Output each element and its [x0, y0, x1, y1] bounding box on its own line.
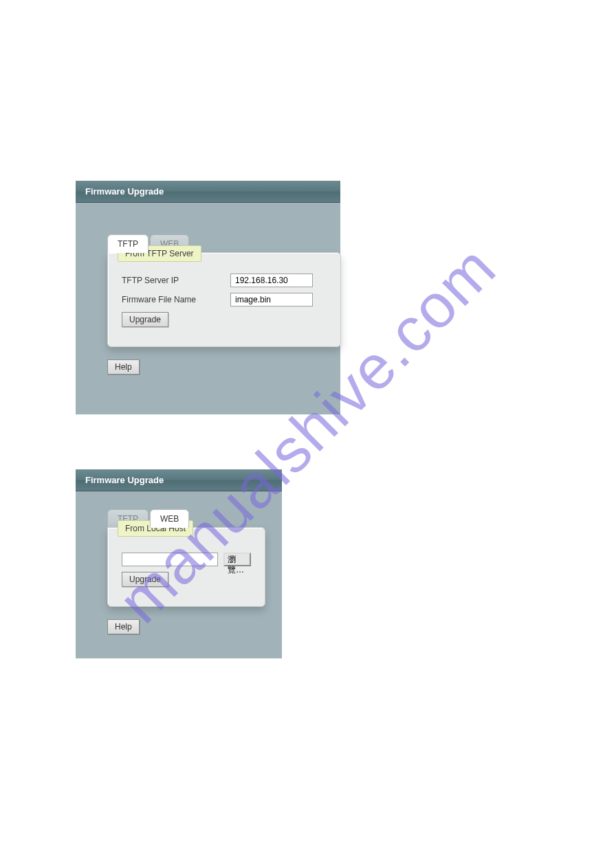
field-row-server-ip: TFTP Server IP — [122, 274, 327, 287]
upgrade-button[interactable]: Upgrade — [122, 572, 168, 587]
label-firmware-file-name: Firmware File Name — [122, 295, 225, 304]
field-row-file: 瀏覽… — [122, 553, 251, 566]
tab-tftp[interactable]: TFTP — [107, 234, 149, 253]
input-firmware-file-name[interactable] — [230, 293, 313, 307]
browse-button[interactable]: 瀏覽… — [223, 553, 251, 566]
upgrade-row: Upgrade — [122, 312, 327, 327]
tab-bar: TFTP WEB — [107, 234, 340, 253]
input-tftp-server-ip[interactable] — [230, 274, 313, 287]
tab-content-web: From Local Host 瀏覽… Upgrade — [107, 527, 265, 607]
panel-body: TFTP WEB From Local Host 瀏覽… Upgrade Hel… — [76, 491, 282, 648]
firmware-upgrade-panel-web: Firmware Upgrade TFTP WEB From Local Hos… — [76, 469, 282, 658]
help-button[interactable]: Help — [107, 359, 140, 375]
input-local-file[interactable] — [122, 553, 218, 566]
label-tftp-server-ip: TFTP Server IP — [122, 276, 225, 285]
panel-title: Firmware Upgrade — [76, 181, 340, 203]
firmware-upgrade-panel-tftp: Firmware Upgrade TFTP WEB From TFTP Serv… — [76, 181, 340, 414]
field-row-fw-file: Firmware File Name — [122, 293, 327, 307]
tab-content-tftp: From TFTP Server TFTP Server IP Firmware… — [107, 252, 341, 347]
help-button[interactable]: Help — [107, 619, 140, 634]
panel-body: TFTP WEB From TFTP Server TFTP Server IP… — [76, 203, 340, 388]
upgrade-button[interactable]: Upgrade — [122, 312, 168, 327]
panel-title: Firmware Upgrade — [76, 469, 282, 491]
tab-web[interactable]: WEB — [150, 509, 189, 528]
